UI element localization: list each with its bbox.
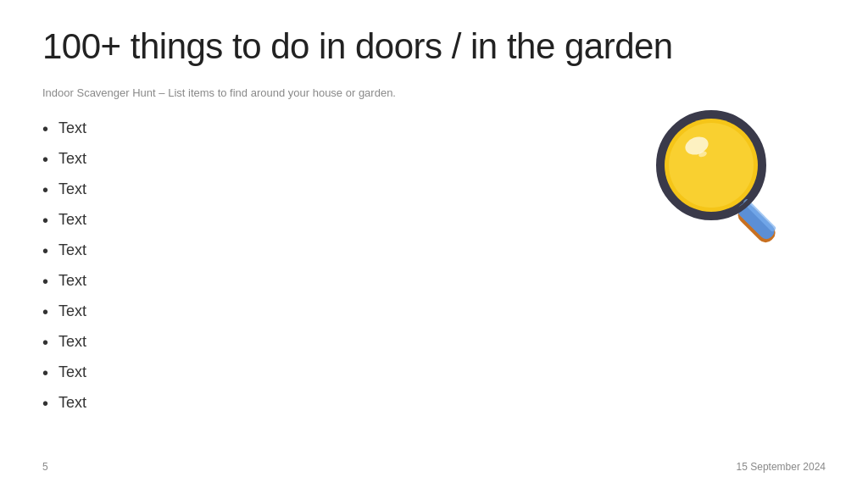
page-number: 5 [42,461,48,473]
list-item: Text [42,239,483,263]
list-item: Text [42,178,483,202]
magnifier-icon [639,93,809,263]
svg-point-2 [669,123,754,208]
list-item: Text [42,269,483,293]
footer-date: 15 September 2024 [737,461,826,473]
list-item: Text [42,330,483,354]
footer: 5 15 September 2024 [0,461,868,473]
right-content [622,85,826,263]
content-area: Indoor Scavenger Hunt – List items to fi… [42,85,826,422]
list-item: Text [42,361,483,385]
left-content: Indoor Scavenger Hunt – List items to fi… [42,85,483,422]
subtitle: Indoor Scavenger Hunt – List items to fi… [42,85,483,102]
list-item: Text [42,117,483,141]
slide-title: 100+ things to do in doors / in the gard… [42,25,826,68]
list-item: Text [42,208,483,232]
list-item: Text [42,300,483,324]
bullet-list: TextTextTextTextTextTextTextTextTextText [42,117,483,415]
slide: 100+ things to do in doors / in the gard… [0,0,868,488]
list-item: Text [42,147,483,171]
list-item: Text [42,391,483,415]
